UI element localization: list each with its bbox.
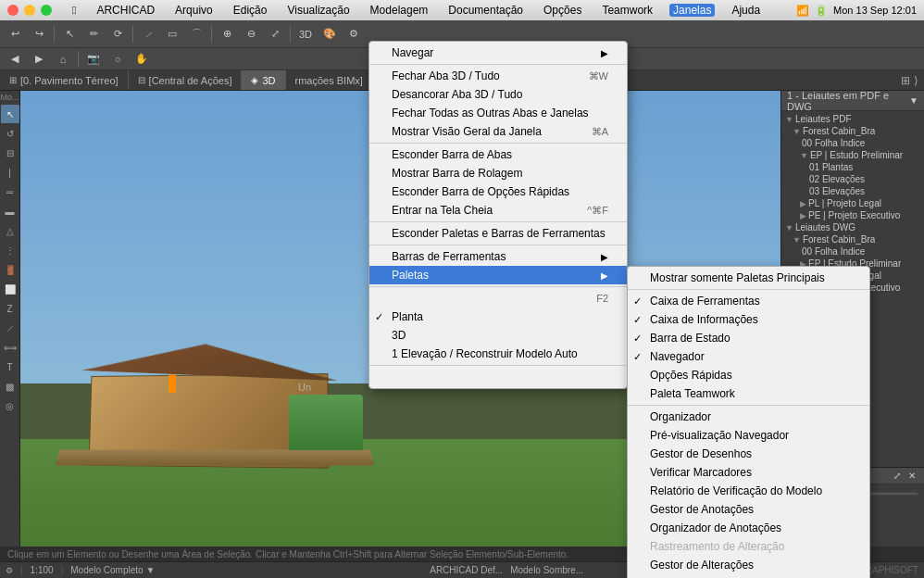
paleta-opcoes-rapidas[interactable]: Opções Rápidas (628, 366, 869, 384)
paleta-gestor-desenhos[interactable]: Gestor de Desenhos (628, 445, 869, 463)
paleta-organizador-anotacoes[interactable]: Organizador de Anotações (628, 519, 869, 537)
menu-item-tela-cheia[interactable]: Entrar na Tela Cheia ^⌘F (369, 201, 627, 220)
menu-archicad[interactable]: ARCHICAD (93, 4, 158, 17)
rect-tool[interactable]: ▭ (161, 23, 183, 45)
3d-button[interactable]: 3D (294, 23, 317, 45)
pointer-tool[interactable]: ↖ (58, 23, 81, 45)
menu-item-planta[interactable]: F2 (369, 289, 627, 308)
tool-door[interactable]: 🚪 (1, 260, 19, 279)
menu-item-1-elevacao[interactable]: 3D (369, 326, 627, 345)
maximize-button[interactable] (41, 5, 52, 16)
paleta-relatorio-verificacao[interactable]: Relatório de Verificação do Modelo (628, 482, 869, 500)
menu-ajuda[interactable]: Ajuda (728, 4, 764, 17)
tool-arrow[interactable]: ↖ (1, 105, 19, 123)
paleta-barra-estado[interactable]: ✓ Barra de Estado (628, 329, 869, 347)
tool-column[interactable]: | (1, 163, 19, 182)
tool-stair[interactable]: ⋮ (1, 241, 19, 259)
menu-item-esconder-paletas[interactable]: Esconder Paletas e Barras de Ferramentas (369, 224, 627, 243)
tree-item-forest2[interactable]: ▼ Forest Cabin_Bra (783, 233, 922, 245)
zoom-in-button[interactable]: ⊕ (216, 23, 238, 45)
menu-item-esconder-barra-rapidas[interactable]: Esconder Barra de Opções Rápidas (369, 182, 627, 201)
menu-item-mapa[interactable]: 1 Elevação / Reconstruir Modelo Auto (369, 345, 627, 363)
paleta-mostrar-somente[interactable]: Mostrar somente Paletas Principais (628, 269, 869, 287)
orbit-button[interactable]: ○ (106, 48, 129, 70)
line-tool[interactable]: ⟋ (137, 23, 159, 45)
redo-button[interactable]: ↪ (28, 23, 50, 45)
menu-item-navegar[interactable]: Navegar ▶ (369, 44, 627, 62)
menu-item-esconder-barra-abas[interactable]: Esconder Barra de Abas (369, 145, 627, 164)
undo-button[interactable]: ↩ (4, 23, 26, 45)
menu-item-barras-ferramentas[interactable]: Barras de Ferramentas ▶ (369, 247, 627, 266)
tool-object[interactable]: ◎ (1, 396, 19, 415)
tool-dim[interactable]: ⟺ (1, 338, 19, 357)
tool-text[interactable]: T (1, 358, 19, 376)
model-select[interactable]: Modelo Completo ▼ (70, 565, 155, 575)
tree-item-pl1[interactable]: ▶ PL | Projeto Legal (783, 197, 922, 209)
camera-button[interactable]: 📷 (82, 48, 105, 70)
menu-teamwork[interactable]: Teamwork (598, 4, 656, 17)
menu-item-desancorar[interactable]: Desancorar Aba 3D / Tudo (369, 85, 627, 104)
close-button[interactable] (7, 5, 19, 16)
menu-item-fechar-todas[interactable]: Fechar Todas as Outras Abas e Janelas (369, 104, 627, 122)
paleta-teamwork[interactable]: Paleta Teamwork (628, 384, 869, 403)
tree-item-pe1[interactable]: ▶ PE | Projeto Executivo (783, 209, 922, 221)
tool-zone[interactable]: Z (1, 299, 19, 318)
archicad-def-button[interactable]: ARCHICAD Def... (430, 565, 503, 575)
tree-item-folha2[interactable]: 00 Folha Índice (783, 245, 922, 258)
tree-item-ep1[interactable]: ▼ EP | Estudo Preliminar (783, 149, 922, 161)
menu-item-fechar-aba[interactable]: Fechar Aba 3D / Tudo ⌘W (369, 67, 627, 85)
paleta-renovacao[interactable]: Renovação (628, 574, 869, 578)
tree-item-elev02[interactable]: 02 Elevações (783, 173, 922, 185)
paleta-rastreamento-alteracao[interactable]: Rastreamento de Alteração (628, 537, 869, 556)
tree-item-plantas[interactable]: 01 Plantas (783, 161, 922, 173)
tree-item-elev03[interactable]: 03 Elevações (783, 185, 922, 197)
tool-line[interactable]: ⟋ (1, 319, 19, 337)
tab-3d[interactable]: ◈ 3D (242, 70, 285, 90)
menu-visualizacao[interactable]: Visualização (283, 4, 353, 17)
paleta-caixa-ferramentas[interactable]: ✓ Caixa de Ferramentas (628, 292, 869, 310)
tree-item-folha1[interactable]: 00 Folha Índice (783, 137, 922, 149)
fit-button[interactable]: ⤢ (264, 23, 286, 45)
menu-documentacao[interactable]: Documentação (444, 4, 527, 17)
menu-janelas[interactable]: Janelas (669, 4, 715, 17)
menu-item-mostrar-visao[interactable]: Mostrar Visão Geral da Janela ⌘A (369, 122, 627, 141)
tree-item-leiautes-pdf[interactable]: ▼ Leiautes PDF (783, 113, 922, 125)
panel-options-button[interactable]: ▼ (909, 95, 918, 106)
menu-item-mostrar-barra-rolagem[interactable]: Mostrar Barra de Rolagem (369, 164, 627, 182)
rotate-tool[interactable]: ⟳ (106, 23, 129, 45)
paleta-gestor-alteracoes[interactable]: Gestor de Alterações (628, 556, 869, 574)
tree-item-leiautes-dwg[interactable]: ▼ Leiautes DWG (783, 221, 922, 233)
paleta-caixa-informacoes[interactable]: ✓ Caixa de Informações (628, 310, 869, 329)
tool-wall[interactable]: ⊟ (1, 144, 19, 162)
tool-window[interactable]: ⬜ (1, 280, 19, 298)
menu-apple[interactable]:  (69, 4, 80, 17)
settings-button[interactable]: ⚙ (343, 23, 365, 45)
menu-arquivo[interactable]: Arquivo (171, 4, 217, 17)
modelo-sombre-button[interactable]: Modelo Sombre... (510, 565, 583, 575)
tab-central[interactable]: ⊟ [Central de Ações] (129, 70, 243, 90)
menu-item-paletas[interactable]: Paletas ▶ Mostrar somente Paletas Princi… (369, 266, 627, 284)
menu-item-3d[interactable]: ✓ Planta (369, 308, 627, 326)
pan-button[interactable]: ✋ (131, 48, 153, 70)
tree-item-forest1[interactable]: ▼ Forest Cabin_Bra (783, 125, 922, 137)
tool-roof[interactable]: △ (1, 221, 19, 240)
menu-opcoes[interactable]: Opções (540, 4, 585, 17)
home-button[interactable]: ⌂ (52, 48, 74, 70)
tool-fill[interactable]: ▩ (1, 377, 19, 396)
nav-prev[interactable]: ◀ (4, 48, 26, 70)
menu-modelagem[interactable]: Modelagem (367, 4, 432, 17)
tab-informacoes[interactable]: rmações BIMx] (286, 70, 373, 90)
paleta-organizador[interactable]: Organizador (628, 408, 869, 426)
paleta-navegador[interactable]: ✓ Navegador (628, 347, 869, 366)
tool-beam[interactable]: ═ (1, 182, 19, 201)
status-tools-button[interactable]: ⚙ (6, 566, 13, 575)
tool-rotate[interactable]: ↺ (1, 124, 19, 143)
draw-tool[interactable]: ✏ (82, 23, 105, 45)
paleta-verificar-marcadores[interactable]: Verificar Marcadores (628, 463, 869, 482)
tool-slab[interactable]: ▬ (1, 202, 19, 220)
render-button[interactable]: 🎨 (318, 23, 341, 45)
arc-tool[interactable]: ⌒ (185, 23, 207, 45)
props-close-button[interactable]: ✕ (905, 470, 918, 483)
menu-edicao[interactable]: Edição (230, 4, 271, 17)
props-expand-button[interactable]: ⤢ (891, 470, 904, 483)
